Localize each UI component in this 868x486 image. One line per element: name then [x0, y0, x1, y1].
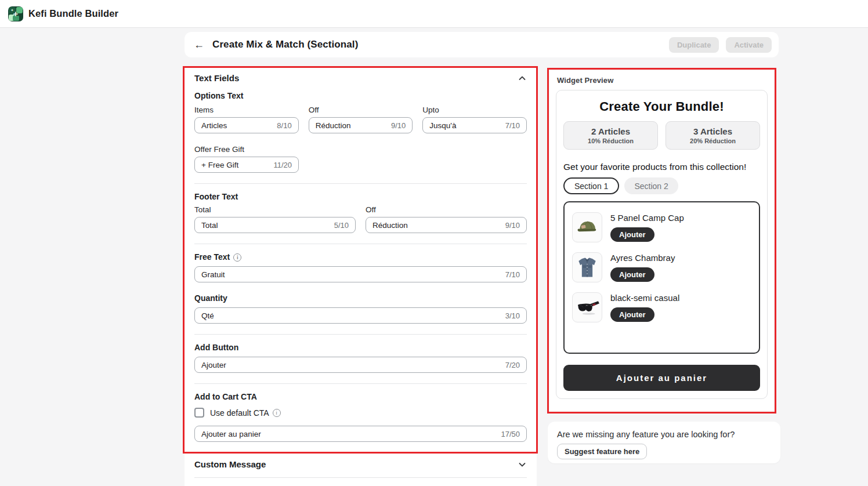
header-actions: Duplicate Activate [669, 37, 772, 53]
product-row: 5 Panel Camp Cap Ajouter [572, 208, 751, 248]
use-default-cta-checkbox[interactable] [194, 408, 204, 418]
widget-preview-card: Create Your Bundle! 2 Articles 10% Réduc… [556, 90, 768, 399]
info-icon[interactable]: i [233, 253, 241, 262]
use-default-cta-row: Use default CTA i [194, 408, 527, 418]
feature-suggestion-card: Are we missing any feature you are looki… [548, 422, 780, 463]
offer-free-gift-input[interactable]: + Free Gift 11/20 [194, 157, 299, 173]
free-text-counter: 7/10 [505, 270, 520, 279]
footer-off-label: Off [366, 205, 527, 214]
section-tabs: Section 1 Section 2 [563, 177, 760, 194]
footer-text-row: Total Total 5/10 Off Réduction 9/10 [194, 205, 527, 233]
collection-text: Get your favorite products from this col… [563, 162, 760, 172]
text-fields-title: Text Fields [194, 73, 239, 83]
add-to-cart-cta-input[interactable]: Ajouter au panier 17/50 [194, 426, 527, 442]
footer-text-label: Footer Text [194, 192, 527, 201]
footer-total-input[interactable]: Total 5/10 [194, 217, 356, 233]
add-product-button[interactable]: Ajouter [610, 227, 654, 242]
camp-cap-image [572, 212, 602, 242]
add-button-input[interactable]: Ajouter 7/20 [194, 357, 527, 373]
custom-message-title: Custom Message [194, 459, 266, 469]
product-name: black-semi casual [610, 293, 679, 303]
items-counter: 8/10 [277, 121, 291, 130]
upto-value: Jusqu'à [429, 121, 456, 130]
quantity-counter: 3/10 [505, 311, 520, 320]
add-button-label: Add Button [194, 343, 527, 352]
quantity-value: Qté [201, 311, 214, 320]
product-row: black-semi casual Ajouter [572, 288, 751, 328]
page-header-card: ← Create Mix & Match (Sectional) Duplica… [185, 32, 779, 57]
free-text-value: Gratuit [201, 270, 225, 279]
app-logo-icon: ✦ + [8, 6, 23, 21]
activate-button[interactable]: Activate [726, 37, 772, 53]
widget-preview-panel: Widget Preview Create Your Bundle! 2 Art… [549, 70, 774, 411]
free-text-input[interactable]: Gratuit 7/10 [194, 266, 527, 282]
quantity-input[interactable]: Qté 3/10 [194, 307, 527, 324]
logo-plus-icon: + [8, 6, 23, 21]
divider [194, 383, 527, 384]
app-title: Kefi Bundle Builder [28, 8, 118, 19]
feature-question: Are we missing any feature you are looki… [557, 430, 771, 439]
divider [194, 183, 527, 184]
product-name: Ayres Chambray [610, 253, 675, 263]
custom-message-section-header[interactable]: Custom Message [194, 442, 527, 469]
off-counter: 9/10 [391, 121, 406, 130]
footer-total-value: Total [201, 221, 218, 230]
offer-free-gift-value: + Free Gift [201, 161, 238, 169]
footer-off-value: Réduction [372, 221, 408, 230]
footer-off-counter: 9/10 [505, 221, 520, 230]
chevron-up-icon[interactable] [518, 74, 527, 83]
offer-free-gift-counter: 11/20 [273, 161, 292, 169]
items-input[interactable]: Articles 8/10 [194, 117, 299, 133]
text-fields-section-header[interactable]: Text Fields [194, 68, 527, 83]
footer-total-counter: 5/10 [334, 221, 349, 230]
add-to-cart-cta-value: Ajouter au panier [201, 430, 261, 438]
free-text-label-text: Free Text [194, 252, 230, 262]
tab-section-2[interactable]: Section 2 [624, 177, 678, 194]
add-to-cart-cta-counter: 17/50 [501, 430, 520, 438]
widget-preview-label: Widget Preview [557, 76, 613, 85]
upto-counter: 7/10 [505, 121, 520, 130]
items-label: Items [194, 106, 299, 114]
upto-label: Upto [422, 106, 527, 114]
product-name: 5 Panel Camp Cap [610, 213, 684, 223]
tab-section-1[interactable]: Section 1 [563, 177, 619, 194]
chevron-down-icon[interactable] [518, 460, 527, 469]
product-row: Ayres Chambray Ajouter [572, 248, 751, 288]
sunglasses-image [572, 292, 602, 322]
off-input[interactable]: Réduction 9/10 [309, 117, 413, 133]
option-title: 2 Articles [591, 126, 630, 136]
divider [194, 334, 527, 335]
bundle-option-3-articles[interactable]: 3 Articles 20% Réduction [666, 121, 760, 150]
divider [194, 244, 527, 244]
use-default-cta-label: Use default CTA [210, 408, 269, 418]
off-label: Off [309, 106, 413, 114]
quantity-label: Quantity [194, 293, 527, 303]
back-arrow-icon[interactable]: ← [193, 39, 209, 51]
bundle-options: 2 Articles 10% Réduction 3 Articles 20% … [563, 121, 760, 150]
off-value: Réduction [316, 121, 351, 130]
chambray-shirt-image [572, 252, 602, 282]
products-box: 5 Panel Camp Cap Ajouter [563, 201, 760, 354]
bundle-option-2-articles[interactable]: 2 Articles 10% Réduction [563, 121, 658, 150]
options-text-label: Options Text [194, 91, 527, 100]
text-fields-panel: Text Fields Options Text Items Articles … [185, 68, 537, 486]
divider [194, 477, 527, 478]
bundle-title: Create Your Bundle! [563, 99, 760, 114]
footer-off-input[interactable]: Réduction 9/10 [366, 217, 527, 233]
option-title: 3 Articles [693, 126, 732, 136]
suggest-feature-button[interactable]: Suggest feature here [557, 444, 647, 459]
add-product-button[interactable]: Ajouter [610, 267, 654, 282]
items-value: Articles [201, 121, 227, 130]
page-title: Create Mix & Match (Sectional) [212, 39, 358, 50]
add-button-counter: 7/20 [505, 361, 520, 369]
options-text-row: Items Articles 8/10 Off Réduction 9/10 U… [194, 106, 527, 133]
option-subtitle: 20% Réduction [690, 137, 736, 144]
option-subtitle: 10% Réduction [588, 137, 634, 144]
info-icon[interactable]: i [273, 409, 281, 417]
add-product-button[interactable]: Ajouter [610, 307, 654, 322]
add-to-cart-cta-label: Add to Cart CTA [194, 392, 527, 401]
upto-input[interactable]: Jusqu'à 7/10 [422, 117, 527, 133]
add-to-cart-cta-button[interactable]: Ajouter au panier [563, 365, 760, 391]
duplicate-button[interactable]: Duplicate [669, 37, 719, 53]
top-bar: ✦ + Kefi Bundle Builder [0, 0, 868, 28]
